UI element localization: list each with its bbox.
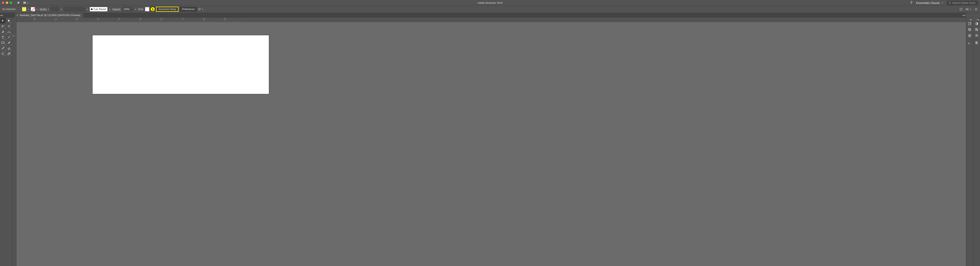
svg-rect-12	[967, 9, 967, 10]
opacity-field[interactable]: 100%	[122, 7, 133, 11]
svg-rect-28	[977, 28, 978, 29]
stroke-weight-field[interactable]	[50, 7, 59, 11]
svg-line-4	[950, 3, 951, 3]
minimize-window-button[interactable]	[6, 2, 8, 4]
ruler-vertical[interactable]: 0	[12, 17, 16, 266]
home-icon[interactable]	[17, 1, 20, 4]
stroke-weight-stepper[interactable]: ▴▾	[48, 7, 49, 11]
align-panel-icon[interactable]: ▾	[965, 8, 972, 11]
ruler-tick: 9	[224, 17, 226, 22]
close-window-button[interactable]	[2, 2, 4, 4]
collapse-panels-arrow[interactable]: ◀◀	[963, 13, 965, 17]
workspace-switcher[interactable]: Essentials Classic ▾	[916, 1, 943, 5]
artboards-icon[interactable]	[966, 27, 973, 33]
style-label: Style:	[138, 8, 144, 11]
transform-panel-icon[interactable]	[959, 8, 963, 11]
ruler-horizontal[interactable]: 0123456789	[16, 17, 966, 22]
brush-definition-label: 5 pt. Round	[94, 8, 106, 11]
right-panels-dock: ▶▶ ▶▶	[966, 17, 980, 266]
chevron-right-icon[interactable]: ▾	[134, 8, 137, 11]
zoom-window-button[interactable]	[10, 2, 12, 4]
align-to-button[interactable]: ▾	[198, 8, 204, 11]
collapse-strip-arrow[interactable]: ▶▶	[973, 18, 980, 21]
direct-selection-tool[interactable]	[6, 18, 12, 24]
color-icon[interactable]	[973, 21, 980, 27]
svg-rect-2	[25, 3, 26, 4]
svg-rect-34	[975, 43, 977, 43]
stroke-swatch[interactable]	[31, 7, 35, 11]
svg-rect-21	[8, 53, 9, 55]
chevron-down-icon: ▾	[27, 8, 30, 10]
eraser-tool[interactable]	[6, 45, 12, 51]
curvature-tool[interactable]	[6, 29, 12, 35]
fill-swatch[interactable]	[22, 7, 26, 11]
ruler-tick: 6	[161, 17, 162, 22]
search-placeholder: Search Adobe Stock	[952, 2, 975, 4]
svg-rect-11	[966, 8, 966, 10]
chevron-down-icon: ▾	[36, 8, 38, 10]
export-icon[interactable]	[966, 21, 973, 27]
scale-tool[interactable]	[6, 51, 12, 56]
canvas-area[interactable]: 0123456789 0	[12, 17, 966, 266]
workspace-label: Essentials Classic	[916, 1, 940, 5]
ruler-tick: 0	[12, 35, 16, 37]
properties-icon[interactable]	[973, 40, 980, 46]
chevron-down-icon: ▾	[202, 8, 204, 10]
arrange-documents-button[interactable]: ▾	[23, 1, 29, 4]
cc-libraries-icon[interactable]	[966, 40, 973, 46]
brush-definition-field[interactable]: 5 pt. Round	[90, 7, 107, 11]
svg-rect-22	[9, 52, 10, 54]
svg-rect-25	[969, 29, 971, 31]
chevron-down-icon[interactable]: ▾	[108, 8, 111, 10]
chevron-down-icon: ▾	[27, 2, 29, 4]
selection-indicator: No Selection	[2, 8, 16, 11]
collapse-tools-arrow[interactable]: ◀◀	[0, 13, 3, 17]
ruler-tick: 2	[76, 17, 78, 22]
paintbrush-tool[interactable]	[6, 40, 12, 45]
ruler-tick: 5	[140, 17, 141, 22]
control-bar: No Selection ▾ ▾ Stroke: ▴▾ ▾ ▾ 5 pt. Ro…	[0, 5, 980, 13]
stroke-panel-link[interactable]: Stroke:	[40, 8, 47, 11]
discover-icon[interactable]	[910, 1, 913, 5]
search-adobe-stock[interactable]: Search Adobe Stock	[947, 1, 978, 5]
collapse-strip-arrow[interactable]: ▶▶	[966, 18, 973, 21]
svg-rect-35	[975, 43, 978, 44]
rectangle-tool[interactable]	[0, 40, 6, 45]
main-area: 0123456789 0 ▶▶ ▶▶	[0, 17, 980, 266]
svg-rect-13	[968, 8, 968, 10]
selection-tool[interactable]	[0, 18, 6, 24]
svg-point-8	[962, 8, 962, 8]
panel-strip-a: ▶▶	[966, 17, 973, 266]
pen-tool[interactable]	[0, 29, 6, 35]
chevron-down-icon[interactable]: ▾	[86, 8, 89, 10]
document-tab[interactable]: ✕ Illustrator_Start File.ai* @ 113.85% (…	[15, 13, 83, 17]
lasso-tool[interactable]	[6, 24, 12, 29]
title-bar: ▾ Adobe Illustrator 2019 Essentials Clas…	[0, 0, 980, 5]
stroke-swatch-control[interactable]: ▾	[31, 7, 38, 11]
document-tab-strip: ◀◀ ✕ Illustrator_Start File.ai* @ 113.85…	[0, 13, 980, 17]
svg-rect-33	[975, 42, 978, 42]
chevron-down-icon: ▾	[941, 2, 943, 4]
stroke-icon[interactable]	[973, 33, 980, 38]
graphic-style-swatch[interactable]	[145, 7, 150, 11]
artboard[interactable]	[92, 35, 269, 94]
type-tool[interactable]	[0, 35, 6, 40]
svg-rect-20	[2, 42, 4, 44]
opacity-panel-link[interactable]: Opacity:	[112, 8, 121, 11]
close-tab-icon[interactable]: ✕	[16, 14, 18, 17]
svg-rect-27	[975, 28, 976, 29]
magic-wand-tool[interactable]	[0, 24, 6, 29]
variable-width-profile-field[interactable]	[64, 7, 85, 11]
document-setup-button[interactable]: Document Setup	[156, 7, 178, 12]
control-bar-menu-icon[interactable]	[975, 8, 978, 11]
chevron-down-icon[interactable]: ▾	[60, 8, 62, 10]
brush-preview-icon	[91, 8, 92, 10]
line-segment-tool[interactable]	[6, 35, 12, 40]
layers-icon[interactable]	[966, 33, 973, 38]
document-tab-label: Illustrator_Start File.ai* @ 113.85% (CM…	[20, 14, 80, 17]
fill-swatch-control[interactable]: ▾	[22, 7, 30, 11]
rotate-tool[interactable]	[0, 51, 6, 56]
swatches-icon[interactable]	[973, 27, 980, 33]
pencil-tool[interactable]	[0, 45, 6, 51]
preferences-button[interactable]: Preferences	[180, 7, 197, 11]
